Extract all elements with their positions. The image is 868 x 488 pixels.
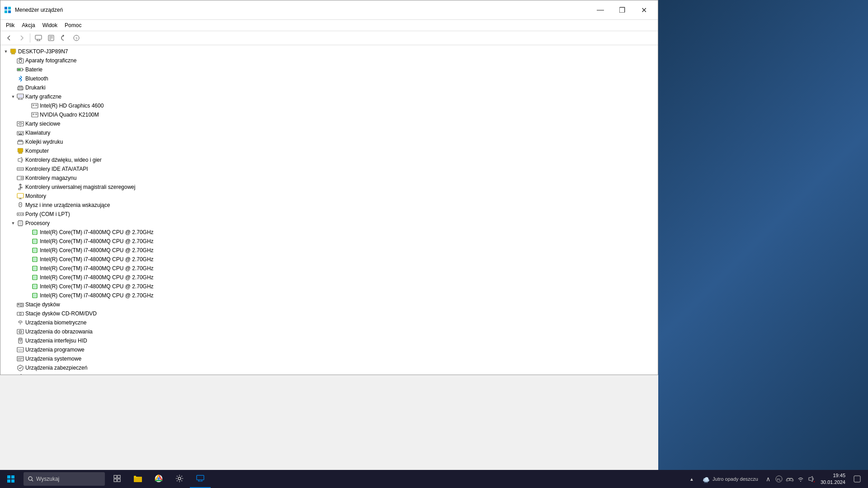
tree-child-item[interactable]: Intel(R) HD Graphics 4600 [0, 101, 658, 110]
tree-item[interactable]: Mysz i inne urządzenia wskazujące [0, 201, 658, 210]
tree-item[interactable]: Urządzenia biometryczne [0, 318, 658, 327]
computer-button[interactable] [33, 33, 44, 43]
tree-child-item[interactable]: Intel(R) Core(TM) i7-4800MQ CPU @ 2.70GH… [0, 246, 658, 255]
tree-item[interactable]: Kolejki wydruku [0, 137, 658, 146]
tree-item[interactable]: Baterie [0, 65, 658, 74]
onedrive-indicator [786, 476, 794, 482]
back-button[interactable] [3, 33, 15, 43]
tree-child-item[interactable]: Intel(R) Core(TM) i7-4800MQ CPU @ 2.70GH… [0, 264, 658, 273]
tree-child-item[interactable]: NVIDIA Quadro K2100M [0, 110, 658, 119]
item-icon [17, 183, 24, 191]
root-expand-icon: ▼ [2, 48, 9, 55]
tree-item[interactable]: Kontrolery uniwersalnej magistrali szere… [0, 183, 658, 192]
item-label: Monitory [25, 193, 46, 199]
tree-child-item[interactable]: Intel(R) Core(TM) i7-4800MQ CPU @ 2.70GH… [0, 237, 658, 246]
menu-widok[interactable]: Widok [39, 21, 61, 30]
tree-item[interactable]: Stacje dysków [0, 300, 658, 309]
svg-rect-107 [18, 359, 19, 360]
tray-overflow[interactable]: ∧ [764, 474, 773, 483]
item-label: Klawiatury [25, 130, 50, 136]
item-expand-icon [9, 346, 17, 353]
svg-line-115 [32, 480, 33, 481]
tree-item[interactable]: Bluetooth [0, 74, 658, 83]
child-icon [31, 111, 38, 118]
item-icon [17, 337, 24, 344]
search-placeholder: Wyszukaj [36, 476, 59, 482]
help-button[interactable]: ? [71, 33, 82, 43]
system-clock[interactable]: 19:45 30.01.2024 [818, 472, 848, 486]
notification-icon [854, 475, 861, 483]
svg-rect-61 [20, 214, 21, 215]
tree-item[interactable]: ▼ Procesory [0, 219, 658, 228]
device-tree[interactable]: ▼ DESKTOP-J3P89N7 Aparaty fotograficzne … [0, 45, 658, 375]
item-icon [17, 373, 24, 375]
svg-rect-100 [19, 339, 21, 340]
tree-child-item[interactable]: Intel(R) Core(TM) i7-4800MQ CPU @ 2.70GH… [0, 291, 658, 300]
tree-item[interactable]: ▼ Karty graficzne [0, 92, 658, 101]
item-icon [17, 364, 24, 371]
svg-rect-86 [33, 294, 36, 297]
forward-button[interactable] [16, 33, 28, 43]
search-bar[interactable]: Wyszukaj [24, 472, 105, 486]
svg-rect-119 [118, 479, 120, 482]
explorer-button[interactable] [127, 470, 148, 488]
item-label: Stacje dysków [25, 301, 60, 308]
tree-item[interactable]: Urządzenia interfejsu HID [0, 336, 658, 345]
tree-item[interactable]: Stacje dysków CD-ROM/DVD [0, 309, 658, 318]
child-expand-icon [24, 265, 31, 272]
item-icon [17, 174, 24, 182]
tree-item[interactable]: Klawiatury [0, 128, 658, 137]
tree-item[interactable]: Wejścia i wyjścia audio [0, 372, 658, 375]
taskview-button[interactable] [107, 470, 127, 488]
notification-center[interactable] [850, 470, 864, 488]
tree-item[interactable]: Kontrolery dźwięku, wideo i gier [0, 155, 658, 164]
tree-item[interactable]: Aparaty fotograficzne [0, 56, 658, 65]
item-icon [17, 328, 24, 335]
tree-child-item[interactable]: Intel(R) Core(TM) i7-4800MQ CPU @ 2.70GH… [0, 282, 658, 291]
tree-item[interactable]: Urządzenia do obrazowania [0, 327, 658, 336]
tree-item[interactable]: Monitory [0, 192, 658, 201]
tree-item[interactable]: Drukarki [0, 83, 658, 92]
item-icon [17, 310, 24, 317]
child-label: Intel(R) Core(TM) i7-4800MQ CPU @ 2.70GH… [40, 256, 154, 263]
properties-button[interactable] [45, 33, 57, 43]
maximize-button[interactable]: ❐ [612, 3, 632, 17]
tree-item[interactable]: Komputer [0, 146, 658, 155]
svg-point-17 [19, 60, 22, 62]
svg-line-134 [704, 482, 705, 483]
weather-widget[interactable]: Jutro opady deszczu [698, 474, 762, 483]
settings-button[interactable] [169, 470, 190, 488]
volume-icon[interactable]: ✕ [807, 474, 816, 483]
network-icon[interactable] [796, 474, 805, 483]
tree-child-item[interactable]: Intel(R) Core(TM) i7-4800MQ CPU @ 2.70GH… [0, 273, 658, 282]
tree-item[interactable]: Kontrolery IDE ATA/ATAPI [0, 164, 658, 174]
language-icon[interactable]: PL [774, 474, 783, 483]
child-icon [31, 238, 38, 245]
close-button[interactable]: ✕ [633, 3, 654, 17]
tree-item[interactable]: Kontrolery magazynu [0, 174, 658, 183]
chrome-button[interactable] [148, 470, 169, 488]
menu-plik[interactable]: Plik [2, 21, 18, 30]
start-button[interactable] [0, 470, 22, 488]
svg-rect-29 [18, 95, 23, 97]
tree-root[interactable]: ▼ DESKTOP-J3P89N7 [0, 47, 658, 56]
minimize-button[interactable]: — [590, 3, 611, 17]
tree-item[interactable]: Karty sieciowe [0, 119, 658, 128]
tree-child-item[interactable]: Intel(R) Core(TM) i7-4800MQ CPU @ 2.70GH… [0, 255, 658, 264]
tree-item[interactable]: Porty (COM i LPT) [0, 210, 658, 219]
tree-item[interactable]: Urządzenia zabezpieczeń [0, 363, 658, 372]
taskview-icon [113, 475, 121, 482]
tree-child-item[interactable]: Intel(R) Core(TM) i7-4800MQ CPU @ 2.70GH… [0, 228, 658, 237]
overflow-button[interactable]: ▲ [687, 470, 696, 488]
menu-akcja[interactable]: Akcja [18, 21, 38, 30]
devmgr-taskbar-button[interactable] [190, 470, 211, 488]
svg-rect-52 [19, 188, 20, 190]
svg-rect-72 [33, 231, 36, 234]
tree-item[interactable]: </> Urządzenia programowe [0, 345, 658, 354]
tree-item[interactable]: Urządzenia systemowe [0, 354, 658, 363]
item-expand-icon [9, 328, 17, 335]
menu-pomoc[interactable]: Pomoc [61, 21, 85, 30]
onedrive-icon[interactable] [785, 474, 794, 483]
item-icon [17, 319, 24, 326]
update-button[interactable] [58, 33, 70, 43]
